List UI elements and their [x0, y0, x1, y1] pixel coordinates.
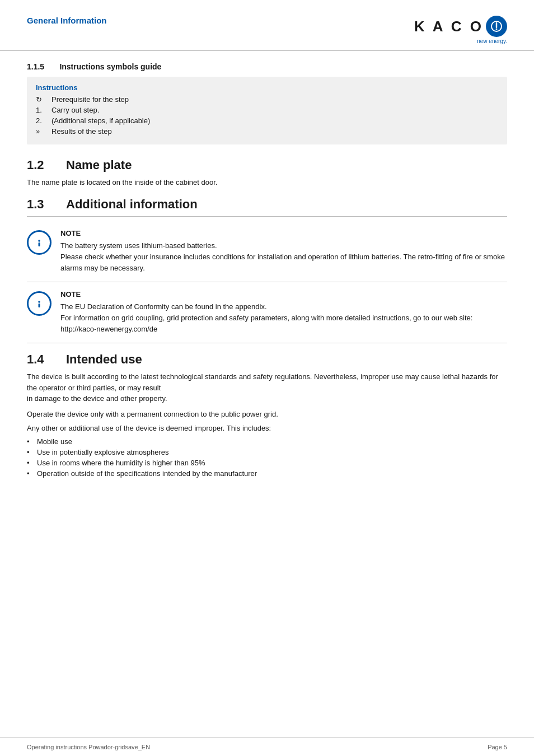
list-text-2: Use in potentially explosive atmospheres — [37, 448, 169, 456]
section-13-title: Additional information — [66, 197, 198, 212]
section-13-heading: 1.3 Additional information — [27, 197, 507, 212]
instruction-num-1: 1. — [36, 106, 51, 114]
footer-left: Operating instructions Powador-gridsave_… — [27, 744, 150, 750]
instructions-box: Instructions ↻ Prerequisite for the step… — [27, 77, 507, 144]
section-12-title: Name plate — [66, 158, 132, 172]
section-13: 1.3 Additional information NOTE The batt… — [27, 197, 507, 344]
bullet-dot-3: • — [27, 459, 37, 467]
instructions-label: Instructions — [36, 83, 498, 92]
page-header: General Information K A C O new energy. — [0, 0, 534, 51]
note-title-2: NOTE — [60, 290, 507, 298]
instruction-icon-0: ↻ — [36, 95, 51, 104]
note-text-1: The battery system uses lithium-based ba… — [60, 240, 507, 274]
section-115-heading: 1.1.5 Instructions symbols guide — [27, 62, 507, 71]
footer-right: Page 5 — [488, 744, 507, 750]
note-box-1: NOTE The battery system uses lithium-bas… — [27, 221, 507, 282]
instruction-item-0: ↻ Prerequisite for the step — [36, 95, 498, 104]
instruction-text-0: Prerequisite for the step — [51, 95, 129, 104]
note-content-1: NOTE The battery system uses lithium-bas… — [60, 229, 507, 274]
section-12-number: 1.2 — [27, 158, 55, 172]
section-12-heading: 1.2 Name plate — [27, 158, 507, 172]
section-14-para-3: Any other or additional use of the devic… — [27, 423, 507, 434]
svg-point-1 — [496, 29, 498, 30]
section-115: 1.1.5 Instructions symbols guide Instruc… — [27, 62, 507, 144]
section-115-number: 1.1.5 — [27, 62, 44, 71]
section-13-divider-top — [27, 216, 507, 217]
instruction-item-2: 2. (Additional steps, if applicable) — [36, 116, 498, 125]
section-115-title: Instructions symbols guide — [59, 62, 161, 71]
page-container: General Information K A C O new energy. … — [0, 0, 534, 756]
section-14-title: Intended use — [66, 352, 142, 367]
svg-point-2 — [38, 240, 40, 242]
note-content-2: NOTE The EU Declaration of Conformity ca… — [60, 290, 507, 335]
section-14-heading: 1.4 Intended use — [27, 352, 507, 367]
instruction-item-1: 1. Carry out step. — [36, 106, 498, 114]
logo-text: K A C O — [414, 18, 484, 35]
instruction-text-3: Results of the step — [51, 127, 112, 136]
section-14-number: 1.4 — [27, 352, 55, 367]
note-text-2: The EU Declaration of Conformity can be … — [60, 301, 507, 335]
bullet-dot-4: • — [27, 469, 37, 478]
instruction-text-2: (Additional steps, if applicable) — [51, 116, 150, 125]
instruction-text-1: Carry out step. — [51, 106, 99, 114]
logo-circle-icon — [486, 16, 507, 37]
intended-use-list: • Mobile use • Use in potentially explos… — [27, 437, 507, 478]
instruction-icon-3: » — [36, 127, 51, 136]
section-12: 1.2 Name plate The name plate is located… — [27, 158, 507, 188]
logo-tagline: new energy. — [477, 38, 507, 44]
list-text-3: Use in rooms where the humidity is highe… — [37, 459, 205, 467]
logo-kaco: K A C O — [414, 16, 507, 37]
header-title: General Information — [27, 16, 107, 25]
svg-rect-3 — [39, 242, 40, 246]
list-item-4: • Operation outside of the specification… — [27, 469, 507, 478]
list-item-2: • Use in potentially explosive atmospher… — [27, 448, 507, 456]
page-footer: Operating instructions Powador-gridsave_… — [0, 738, 534, 756]
section-14: 1.4 Intended use The device is built acc… — [27, 352, 507, 478]
list-item-3: • Use in rooms where the humidity is hig… — [27, 459, 507, 467]
section-13-number: 1.3 — [27, 197, 55, 212]
main-content: 1.1.5 Instructions symbols guide Instruc… — [0, 51, 534, 738]
section-14-para-1: The device is built according to the lat… — [27, 371, 507, 404]
svg-rect-5 — [39, 304, 40, 307]
bullet-dot-1: • — [27, 437, 37, 446]
section-12-body: The name plate is located on the inside … — [27, 177, 507, 188]
list-item-1: • Mobile use — [27, 437, 507, 446]
note-box-2: NOTE The EU Declaration of Conformity ca… — [27, 282, 507, 343]
bullet-dot-2: • — [27, 448, 37, 456]
list-text-4: Operation outside of the specifications … — [37, 469, 257, 478]
logo-area: K A C O new energy. — [414, 16, 507, 44]
list-text-1: Mobile use — [37, 437, 72, 446]
instruction-num-2: 2. — [36, 116, 51, 125]
note-icon-2 — [27, 291, 51, 316]
note-icon-1 — [27, 230, 51, 255]
instruction-item-3: » Results of the step — [36, 127, 498, 136]
svg-point-4 — [38, 301, 40, 303]
section-14-para-2: Operate the device only with a permanent… — [27, 409, 507, 420]
note-title-1: NOTE — [60, 229, 507, 237]
